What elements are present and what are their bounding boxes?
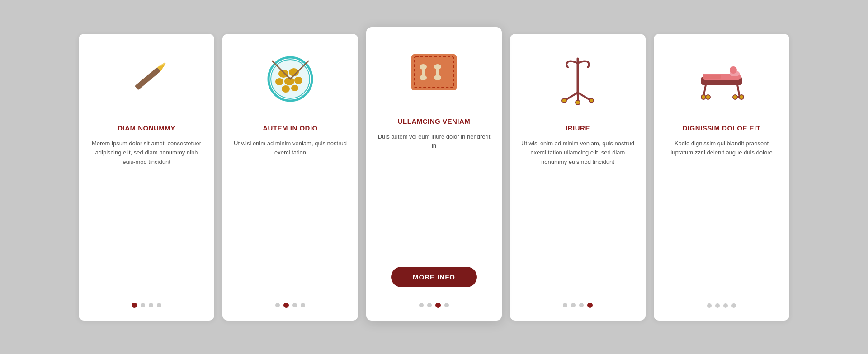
svg-point-17 [420, 75, 427, 80]
svg-point-26 [562, 98, 566, 103]
card-4-dots [563, 303, 593, 308]
stretcher-icon [690, 47, 753, 111]
dot [731, 303, 736, 308]
cards-container: DIAM NONUMMY Morem ipsum dolor sit amet,… [52, 16, 816, 339]
petri-dish-icon [259, 47, 322, 111]
dot [275, 303, 280, 307]
svg-point-38 [701, 95, 706, 99]
svg-line-36 [737, 85, 740, 97]
card-diam-nonummy: DIAM NONUMMY Morem ipsum dolor sit amet,… [79, 34, 214, 321]
dot [301, 303, 305, 307]
dot [579, 303, 584, 307]
card-4-text: Ut wisi enim ad minim veniam, quis nostr… [521, 139, 635, 292]
svg-rect-18 [422, 69, 425, 75]
card-dignissim-doloe-eit: DIGNISSIM DOLOE EIT Kodio dignissim qui … [654, 34, 789, 321]
dot [707, 303, 712, 308]
card-5-title: DIGNISSIM DOLOE EIT [683, 124, 761, 132]
svg-rect-33 [703, 75, 721, 79]
dot [149, 303, 153, 307]
dot [563, 303, 567, 307]
svg-point-40 [733, 95, 737, 99]
dot [587, 303, 593, 308]
dot [141, 303, 145, 307]
card-5-dots [707, 303, 736, 308]
dot [715, 303, 720, 308]
card-2-dots [275, 303, 305, 308]
dot [419, 303, 424, 307]
card-ullamcing-veniam: ULLAMCING VENIAM Duis autem vel eum iriu… [366, 27, 502, 321]
svg-rect-0 [135, 67, 161, 90]
card-2-text: Ut wisi enim ad minim veniam, quis nostr… [233, 139, 347, 292]
svg-rect-21 [436, 69, 439, 75]
dot [292, 303, 297, 307]
dot [132, 303, 137, 308]
svg-point-32 [730, 66, 737, 74]
iv-stand-icon [546, 47, 609, 111]
svg-point-11 [291, 85, 298, 91]
card-1-text: Morem ipsum dolor sit amet, consectetuer… [90, 139, 203, 292]
xray-icon [402, 41, 466, 104]
card-autem-in-odio: AUTEM IN ODIO Ut wisi enim ad minim veni… [222, 34, 358, 321]
dot [157, 303, 161, 307]
card-iriure: IRIURE Ut wisi enim ad minim veniam, qui… [510, 34, 646, 321]
svg-point-10 [282, 85, 290, 93]
dot [283, 303, 289, 308]
dot [444, 303, 449, 307]
svg-point-8 [275, 78, 283, 85]
card-4-title: IRIURE [566, 124, 590, 132]
card-1-dots [132, 303, 161, 308]
card-3-text: Duis autem vel eum iriure dolor in hendr… [377, 132, 491, 258]
card-3-dots [419, 303, 449, 308]
card-2-title: AUTEM IN ODIO [263, 124, 318, 132]
svg-point-20 [434, 75, 441, 80]
svg-point-9 [294, 77, 302, 84]
card-5-text: Kodio dignissim qui blandit praesent lup… [665, 139, 778, 293]
card-3-title: ULLAMCING VENIAM [398, 117, 471, 125]
scalpel-icon [115, 47, 178, 111]
svg-rect-14 [411, 54, 457, 90]
more-info-button[interactable]: MORE INFO [391, 267, 477, 287]
svg-point-27 [589, 98, 594, 103]
dot [435, 303, 441, 308]
svg-point-39 [706, 95, 710, 99]
svg-point-28 [576, 100, 580, 105]
dot [723, 303, 728, 308]
card-1-title: DIAM NONUMMY [118, 124, 175, 132]
svg-point-41 [739, 95, 744, 99]
dot [427, 303, 432, 307]
dot [571, 303, 576, 307]
